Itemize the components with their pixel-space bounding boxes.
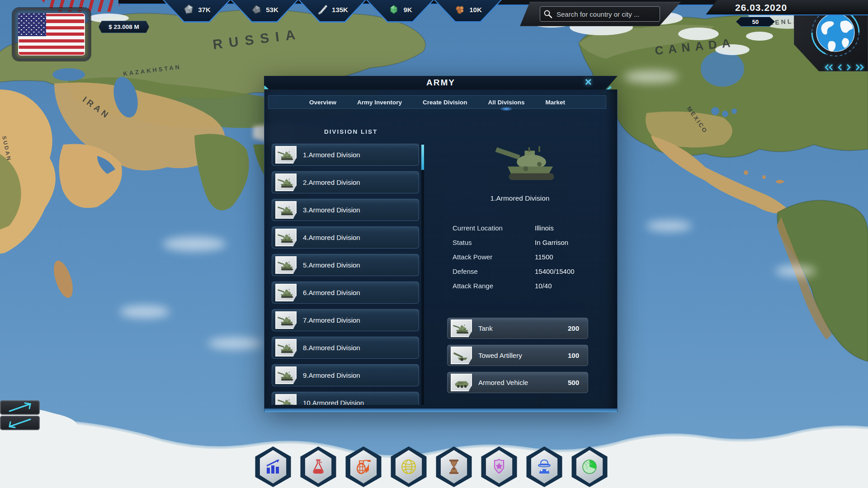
division-list-item[interactable]: 8.Armored Division: [272, 337, 419, 359]
day-counter-value: 50: [736, 17, 775, 27]
fast-backward-button[interactable]: [824, 64, 834, 71]
tab-army-inventory[interactable]: Army Inventory: [356, 97, 403, 108]
copper-ore-icon: [454, 4, 466, 15]
division-list-item[interactable]: 3.Armored Division: [272, 199, 419, 221]
military-production-button[interactable]: [344, 446, 382, 487]
zoom-out-arrow-icon: [4, 418, 36, 428]
division-detail-name: 1.Armored Division: [427, 194, 613, 202]
division-list-item[interactable]: 9.Armored Division: [272, 364, 419, 386]
game-date: 26.03.2020: [735, 2, 787, 13]
fast-forward-button[interactable]: [855, 64, 865, 71]
army-window-titlebar: ARMY: [264, 76, 618, 89]
stat-label: Status: [453, 239, 535, 246]
stat-value: 11500: [535, 253, 553, 261]
tank-icon: [451, 319, 472, 337]
stat-row: Status In Garrison: [453, 239, 606, 246]
achievements-button[interactable]: [480, 446, 518, 487]
division-list-item[interactable]: 6.Armored Division: [272, 282, 419, 304]
hourglass-icon: [444, 457, 464, 477]
money-badge[interactable]: $ 23.008 M: [99, 21, 149, 33]
division-item-label: 9.Armored Division: [303, 371, 360, 379]
army-window: ARMY ✕ Overview Army Inventory Create Di…: [264, 76, 618, 412]
backward-button[interactable]: [837, 64, 843, 71]
unit-row-tank[interactable]: Tank 200: [447, 318, 588, 339]
stat-value: In Garrison: [535, 239, 568, 246]
steel-ore-icon: [250, 4, 262, 15]
world-diplomacy-button[interactable]: [390, 446, 428, 487]
map-zoom-controls: [0, 400, 40, 430]
tank-icon: [275, 201, 297, 219]
close-icon[interactable]: ✕: [584, 77, 592, 88]
espionage-button[interactable]: [525, 446, 563, 487]
army-tabbar: Overview Army Inventory Create Division …: [268, 95, 606, 109]
search-input[interactable]: [540, 6, 660, 22]
division-item-label: 3.Armored Division: [303, 206, 360, 214]
resource-iron-value: 37K: [198, 6, 211, 14]
history-time-button[interactable]: [435, 446, 473, 487]
resource-missiles[interactable]: 135K: [298, 0, 366, 23]
forward-button[interactable]: [846, 64, 852, 71]
division-list-item[interactable]: 10.Armored Division: [272, 392, 419, 405]
research-button[interactable]: [299, 446, 337, 487]
tab-all-divisions[interactable]: All Divisions: [487, 97, 525, 108]
unit-name: Towed Artillery: [478, 352, 568, 359]
tab-market[interactable]: Market: [544, 97, 566, 108]
tank-icon: [275, 311, 297, 329]
player-flag-frame[interactable]: [13, 8, 90, 61]
zoom-out-button[interactable]: [0, 416, 40, 430]
division-item-label: 4.Armored Division: [303, 234, 360, 241]
unit-name: Armored Vehicle: [478, 379, 568, 386]
time-controls: [824, 64, 865, 71]
flask-icon: [308, 457, 328, 477]
division-stats: Current Location Illinois Status In Garr…: [453, 224, 606, 296]
division-tank-image: [490, 138, 566, 183]
resource-emerald[interactable]: 9K: [366, 0, 434, 23]
tank-icon: [275, 284, 297, 301]
division-item-label: 7.Armored Division: [303, 316, 360, 324]
division-list-item[interactable]: 4.Armored Division: [272, 226, 419, 249]
unit-row-armored-vehicle[interactable]: Armored Vehicle 500: [447, 372, 588, 393]
zoom-in-arrow-icon: [4, 402, 36, 413]
award-badge-icon: [489, 457, 509, 477]
stat-label: Attack Power: [453, 253, 535, 261]
date-panel: 26.03.2020: [705, 0, 868, 15]
unit-count: 200: [568, 324, 579, 332]
resource-copper[interactable]: 10K: [434, 0, 502, 23]
towed-artillery-icon: [451, 347, 472, 364]
day-counter-badge: 50: [736, 17, 775, 27]
stat-row: Current Location Illinois: [453, 224, 606, 232]
scrollbar-thumb[interactable]: [421, 145, 424, 170]
unit-count: 500: [568, 379, 579, 386]
resource-iron[interactable]: 37K: [163, 0, 231, 23]
statistics-button[interactable]: [254, 446, 292, 487]
stat-value: Illinois: [535, 224, 554, 232]
stat-row: Defense 15400/15400: [453, 267, 606, 275]
unit-row-towed-artillery[interactable]: Towed Artillery 100: [447, 345, 588, 366]
game-screen: GREENLAND RUSSIA CANADA KAZAKHSTAN IRAN …: [0, 0, 868, 488]
stat-label: Current Location: [453, 224, 535, 232]
division-unit-list: Tank 200 Towed Artillery 100 Armored Veh…: [447, 318, 588, 399]
resource-missiles-value: 135K: [332, 6, 348, 14]
emerald-icon: [388, 4, 400, 15]
resource-steel[interactable]: 53K: [231, 0, 298, 23]
division-list-item[interactable]: 5.Armored Division: [272, 254, 419, 276]
tank-icon: [275, 256, 297, 274]
division-list-item[interactable]: 2.Armored Division: [272, 171, 419, 193]
army-window-title: ARMY: [264, 76, 618, 89]
tank-icon: [275, 394, 297, 405]
missile-icon: [316, 4, 328, 15]
division-item-label: 6.Armored Division: [303, 289, 360, 296]
division-item-label: 5.Armored Division: [303, 261, 360, 269]
unit-name: Tank: [478, 324, 568, 332]
tank-icon: [275, 366, 297, 384]
tank-icon: [275, 174, 297, 191]
tab-overview[interactable]: Overview: [308, 97, 337, 108]
resource-copper-value: 10K: [469, 6, 482, 14]
division-list-item[interactable]: 7.Armored Division: [272, 309, 419, 331]
division-list-item[interactable]: 1.Armored Division: [272, 144, 419, 166]
economy-overview-button[interactable]: [571, 446, 609, 487]
division-list-header: DIVISION LIST: [324, 128, 377, 135]
zoom-in-button[interactable]: [0, 400, 40, 415]
division-list-scrollbar[interactable]: [421, 144, 424, 405]
tab-create-division[interactable]: Create Division: [422, 97, 468, 108]
